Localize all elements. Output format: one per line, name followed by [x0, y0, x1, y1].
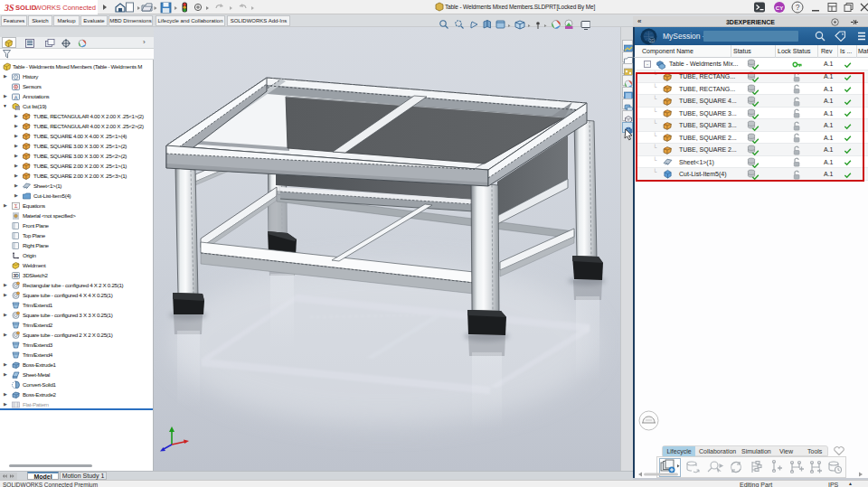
svg-text:?: ? [796, 3, 800, 12]
svg-text:SOLID: SOLID [15, 4, 37, 12]
svg-text:WORKS Connected: WORKS Connected [35, 4, 97, 12]
svg-text:CY: CY [776, 5, 783, 11]
svg-text:3D: 3D [649, 39, 656, 43]
svg-text:3S: 3S [4, 3, 14, 13]
